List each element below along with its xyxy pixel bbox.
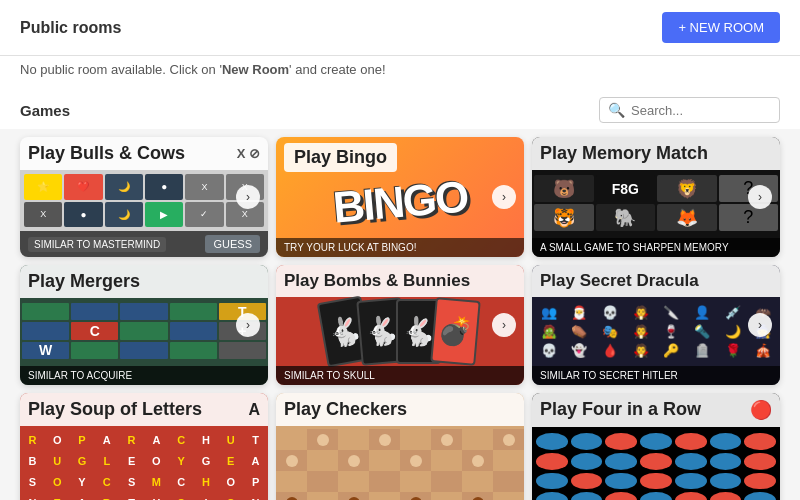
memory-title: Play Memory Match — [532, 137, 780, 170]
game-card-four-in-a-row[interactable]: Play Four in a Row 🔴 — [532, 393, 780, 500]
bulls-footer: SIMILAR TO MASTERMIND GUESS — [20, 231, 268, 257]
bingo-footer: TRY YOUR LUCK AT BINGO! — [276, 238, 524, 257]
bombs-title: Play Bombs & Bunnies — [276, 265, 524, 297]
four-title: Play Four in a Row 🔴 — [532, 393, 780, 427]
dracula-emojis: 👥 🎅 💀 🧛 🔪 👤 💉 🦇 🧟 ⚰️ 🎭 🧛 🍷 🔦 🌙 🧙 💀 👻 🩸 — [532, 301, 780, 361]
games-grid: Play Bulls & Cows X ⊘ ⭐ ❤️ 🌙 ● X X X ● 🌙… — [0, 129, 800, 500]
memory-cell: 🐻 — [534, 175, 594, 202]
bulls-guess-button[interactable]: GUESS — [205, 235, 260, 253]
bulls-cell: ▶ — [145, 202, 183, 228]
dracula-footer: SIMILAR TO SECRET HITLER — [532, 366, 780, 385]
dracula-arrow[interactable]: › — [748, 313, 772, 337]
bingo-big-text: BINGO — [331, 171, 469, 233]
memory-arrow[interactable]: › — [748, 185, 772, 209]
four-board — [532, 429, 780, 500]
games-header: Games 🔍 — [20, 91, 780, 129]
public-rooms-title: Public rooms — [20, 19, 121, 37]
bombs-footer: SIMILAR TO SKULL — [276, 366, 524, 385]
bulls-cows-title: Play Bulls & Cows X ⊘ — [20, 137, 268, 170]
memory-footer: A SMALL GAME TO SHARPEN MEMORY — [532, 238, 780, 257]
search-input[interactable] — [631, 103, 771, 118]
bulls-cell: ⭐ — [24, 174, 62, 200]
game-card-bingo[interactable]: Play Bingo BINGO TRY YOUR LUCK AT BINGO!… — [276, 137, 524, 257]
bulls-cell: X — [24, 202, 62, 228]
checkers-title: Play Checkers — [276, 393, 524, 426]
game-card-bombs-bunnies[interactable]: Play Bombs & Bunnies 🐇 🐇 🐇 💣 SIMILAR TO … — [276, 265, 524, 385]
games-title: Games — [20, 102, 70, 119]
dracula-title: Play Secret Dracula — [532, 265, 780, 297]
bulls-cell: ● — [145, 174, 183, 200]
bombs-arrow[interactable]: › — [492, 313, 516, 337]
bulls-cows-content: Play Bulls & Cows X ⊘ ⭐ ❤️ 🌙 ● X X X ● 🌙… — [20, 137, 268, 257]
mergers-title: Play Mergers — [20, 265, 268, 298]
bingo-arrow[interactable]: › — [492, 185, 516, 209]
top-bar: Public rooms + NEW ROOM — [0, 0, 800, 56]
bulls-cell: 🌙 — [105, 202, 143, 228]
soup-title: Play Soup of Letters A — [20, 393, 268, 426]
bulls-cell: ❤️ — [64, 174, 102, 200]
bulls-arrow[interactable]: › — [236, 185, 260, 209]
memory-cell: 🐯 — [534, 204, 594, 231]
mergers-arrow[interactable]: › — [236, 313, 260, 337]
no-public-msg: No public room available. Click on 'New … — [0, 56, 800, 83]
bulls-cell: 🌙 — [105, 174, 143, 200]
bulls-similar-badge: SIMILAR TO MASTERMIND — [28, 237, 166, 252]
game-card-soup-letters[interactable]: Play Soup of Letters A R O P A R A C H U… — [20, 393, 268, 500]
soup-grid: R O P A R A C H U T B U G L E O Y G E A — [20, 429, 268, 500]
game-card-secret-dracula[interactable]: Play Secret Dracula 👥 🎅 💀 🧛 🔪 👤 💉 🦇 🧟 ⚰️… — [532, 265, 780, 385]
mergers-footer: SIMILAR TO ACQUIRE — [20, 366, 268, 385]
bulls-cell: X — [185, 174, 223, 200]
new-room-emphasis: New Room — [222, 62, 289, 77]
memory-cell: 🦁 — [657, 175, 717, 202]
bulls-cell: ✓ — [185, 202, 223, 228]
bulls-cell: ● — [64, 202, 102, 228]
mergers-board: T C + W — [20, 301, 268, 361]
memory-cell: F8G — [596, 175, 656, 202]
four-red-circle: 🔴 — [750, 399, 772, 421]
memory-cell: 🦊 — [657, 204, 717, 231]
games-section-header: Games 🔍 — [0, 83, 800, 129]
search-icon: 🔍 — [608, 102, 625, 118]
search-box[interactable]: 🔍 — [599, 97, 780, 123]
game-card-checkers[interactable]: Play Checkers — [276, 393, 524, 500]
memory-grid: 🐻 F8G 🦁 ? 🐯 🐘 🦊 ? — [532, 173, 780, 233]
bulls-grid: ⭐ ❤️ 🌙 ● X X X ● 🌙 ▶ ✓ X — [20, 170, 268, 231]
checkers-board — [276, 429, 524, 500]
playing-card-bomb: 💣 — [430, 297, 480, 366]
memory-cell: 🐘 — [596, 204, 656, 231]
app-container: Public rooms + NEW ROOM No public room a… — [0, 0, 800, 500]
game-card-memory-match[interactable]: Play Memory Match 🐻 F8G 🦁 ? 🐯 🐘 🦊 ? A SM… — [532, 137, 780, 257]
game-card-bulls-cows[interactable]: Play Bulls & Cows X ⊘ ⭐ ❤️ 🌙 ● X X X ● 🌙… — [20, 137, 268, 257]
game-card-mergers[interactable]: Play Mergers T C + W SIMILAR TO ACQUIRE … — [20, 265, 268, 385]
bombs-cards: 🐇 🐇 🐇 💣 — [276, 301, 524, 361]
memory-cell: ? — [719, 204, 779, 231]
new-room-button[interactable]: + NEW ROOM — [662, 12, 780, 43]
soup-badge: A — [248, 401, 260, 419]
bulls-badge: X ⊘ — [237, 146, 260, 161]
